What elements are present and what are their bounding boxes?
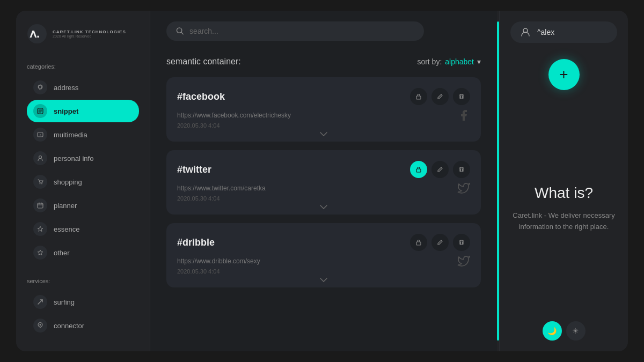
sidebar-item-planner[interactable]: planner (27, 194, 139, 217)
what-is-section: What is? Caret.link - We deliver necessa… (510, 106, 617, 311)
user-bar[interactable]: ^alex (510, 21, 617, 43)
card-header: #facebook (177, 88, 470, 105)
sidebar-item-other[interactable]: other (27, 241, 139, 264)
brand-icon-dribble (457, 254, 470, 271)
services-label: services: (27, 278, 139, 284)
nav-label-shopping: shopping (54, 178, 82, 186)
sidebar-item-snippet[interactable]: snippet (27, 100, 139, 122)
logo-subtitle: 2020 All right Reserved (53, 34, 126, 38)
nav-icon-connector (33, 319, 47, 333)
categories-list: address snippet multimedia personal info… (27, 76, 139, 265)
nav-icon-planner (33, 198, 47, 212)
delete-button[interactable] (453, 88, 470, 105)
nav-label-other: other (54, 249, 70, 257)
card-twitter: #twitter https://www.twitter.com/caretka… (166, 150, 481, 215)
nav-label-snippet: snippet (54, 107, 78, 115)
brand-icon-facebook (457, 108, 470, 125)
sidebar-item-essence[interactable]: essence (27, 218, 139, 240)
card-url: https://www.facebook.com/electrichesky (177, 112, 470, 119)
user-icon (519, 26, 532, 39)
nav-icon-snippet (33, 104, 47, 118)
nav-label-essence: essence (54, 225, 79, 233)
edit-button[interactable] (431, 234, 449, 251)
chevron-down-icon: ▾ (477, 57, 481, 66)
sidebar-item-shopping[interactable]: shopping (27, 171, 139, 193)
nav-label-connector: connector (54, 322, 84, 330)
sidebar: ʌ. Caret.link Technologies 2020 All righ… (16, 11, 150, 351)
edit-button[interactable] (431, 88, 449, 105)
nav-icon-surfing (33, 295, 47, 309)
svg-point-10 (40, 324, 41, 326)
nav-icon-shopping (33, 175, 47, 189)
logo-title: Caret.link Technologies (53, 29, 126, 34)
svg-point-5 (39, 156, 42, 159)
sort-by[interactable]: sort by: alphabet ▾ (417, 57, 481, 66)
logo-icon: ʌ. (27, 24, 47, 44)
cards-container: #facebook https://www.facebook.com/elect… (166, 77, 481, 287)
theme-sun-button[interactable]: ☀ (566, 321, 586, 341)
categories-label: categories: (27, 63, 139, 70)
card-url: https://www.dribble.com/sexy (177, 257, 470, 265)
svg-point-7 (41, 183, 42, 184)
logo-area: ʌ. Caret.link Technologies 2020 All righ… (27, 24, 139, 44)
nav-icon-personal-info (33, 151, 47, 165)
what-is-title: What is? (535, 184, 593, 202)
card-expand-button[interactable] (177, 275, 470, 282)
sort-value: alphabet (445, 57, 474, 66)
nav-label-surfing: surfing (54, 298, 75, 306)
svg-rect-15 (416, 169, 421, 172)
nav-icon-address (33, 80, 47, 94)
main-content: semantic container: sort by: alphabet ▾ … (150, 11, 497, 351)
svg-text:ʌ.: ʌ. (30, 27, 40, 40)
edit-button[interactable] (431, 161, 449, 178)
card-title: #facebook (177, 91, 225, 102)
svg-rect-13 (416, 96, 421, 99)
svg-rect-17 (416, 242, 421, 245)
card-header: #twitter (177, 161, 470, 178)
sidebar-item-multimedia[interactable]: multimedia (27, 123, 139, 146)
nav-label-multimedia: multimedia (54, 131, 87, 139)
svg-rect-8 (38, 203, 43, 208)
svg-line-9 (38, 300, 42, 304)
sort-label: sort by: (417, 57, 442, 66)
card-date: 2020.05.30 4:04 (177, 195, 470, 202)
logo-text: Caret.link Technologies 2020 All right R… (53, 29, 126, 38)
card-url: https://www.twitter.com/caretka (177, 184, 470, 192)
search-input[interactable] (189, 27, 414, 35)
nav-label-planner: planner (54, 202, 77, 210)
what-is-desc: Caret.link - We deliver necessary inform… (510, 210, 617, 233)
card-facebook: #facebook https://www.facebook.com/elect… (166, 77, 481, 142)
card-header: #dribble (177, 234, 470, 251)
card-dribble: #dribble https://www.dribble.com/sexy 20… (166, 223, 481, 287)
nav-icon-essence (33, 222, 47, 236)
brand-icon-twitter (457, 181, 470, 198)
sidebar-item-personal-info[interactable]: personal info (27, 147, 139, 169)
theme-moon-button[interactable]: 🌙 (543, 321, 562, 341)
search-bar[interactable] (166, 21, 424, 41)
card-date: 2020.05.30 4:04 (177, 268, 470, 275)
card-expand-button[interactable] (177, 129, 470, 136)
content-area: semantic container: sort by: alphabet ▾ … (150, 51, 497, 351)
lock-button[interactable] (410, 234, 427, 251)
lock-button[interactable] (410, 88, 427, 105)
top-bar (150, 11, 497, 51)
nav-label-address: address (54, 84, 78, 92)
svg-point-6 (40, 183, 41, 184)
card-date: 2020.05.30 4:04 (177, 122, 470, 129)
sidebar-item-surfing[interactable]: surfing (27, 291, 139, 313)
card-expand-button[interactable] (177, 202, 470, 209)
delete-button[interactable] (453, 161, 470, 178)
nav-label-personal-info: personal info (54, 154, 93, 162)
delete-button[interactable] (453, 234, 470, 251)
sidebar-item-address[interactable]: address (27, 76, 139, 99)
sidebar-item-connector[interactable]: connector (27, 314, 139, 337)
card-actions (410, 161, 470, 178)
app-window: ʌ. Caret.link Technologies 2020 All righ… (16, 11, 628, 351)
card-actions (410, 234, 470, 251)
lock-button[interactable] (410, 161, 427, 178)
user-name: ^alex (537, 28, 554, 36)
services-list: surfing connector (27, 291, 139, 337)
add-button[interactable]: + (548, 59, 580, 90)
card-title: #dribble (177, 237, 215, 248)
svg-line-12 (181, 32, 183, 34)
